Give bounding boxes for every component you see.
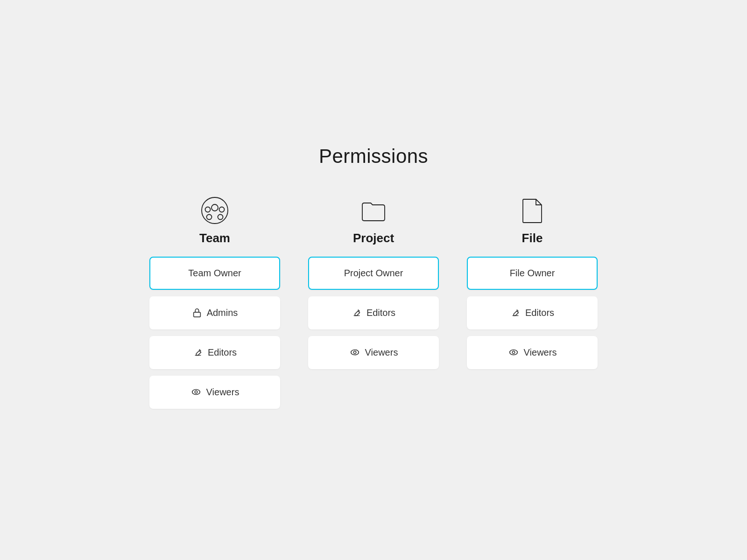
column-file: File File Owner Editors bbox=[467, 196, 598, 376]
project-label: Project bbox=[353, 231, 394, 245]
project-editors-card[interactable]: Editors bbox=[308, 296, 439, 329]
column-team: Team Team Owner Admins bbox=[149, 196, 280, 415]
file-editors-card[interactable]: Editors bbox=[467, 296, 598, 329]
svg-point-5 bbox=[218, 214, 223, 219]
team-editors-label: Editors bbox=[208, 347, 237, 358]
file-owner-card[interactable]: File Owner bbox=[467, 257, 598, 290]
project-owner-label: Project Owner bbox=[344, 268, 403, 279]
svg-point-12 bbox=[353, 351, 356, 354]
project-owner-card[interactable]: Project Owner bbox=[308, 257, 439, 290]
page-title: Permissions bbox=[319, 145, 428, 168]
team-label: Team bbox=[199, 231, 230, 245]
svg-point-14 bbox=[509, 350, 517, 355]
column-project: Project Project Owner Editors bbox=[308, 196, 439, 376]
eye-icon-project bbox=[349, 347, 360, 357]
svg-point-3 bbox=[219, 207, 225, 212]
team-editors-card[interactable]: Editors bbox=[149, 336, 280, 369]
svg-point-9 bbox=[195, 391, 197, 393]
svg-point-2 bbox=[205, 207, 211, 212]
svg-point-15 bbox=[512, 351, 515, 354]
svg-rect-6 bbox=[193, 312, 200, 317]
team-owner-card[interactable]: Team Owner bbox=[149, 257, 280, 290]
eye-icon-file bbox=[508, 347, 519, 357]
project-editors-label: Editors bbox=[366, 308, 395, 318]
team-viewers-label: Viewers bbox=[206, 387, 240, 398]
file-owner-label: File Owner bbox=[510, 268, 555, 279]
folder-icon bbox=[359, 196, 388, 225]
project-viewers-label: Viewers bbox=[365, 347, 398, 358]
eye-icon-team bbox=[190, 387, 202, 397]
page-container: Permissions Tea bbox=[0, 117, 747, 443]
svg-point-11 bbox=[351, 350, 359, 355]
svg-point-4 bbox=[207, 214, 212, 219]
pen-icon-project bbox=[352, 308, 362, 318]
file-editors-label: Editors bbox=[525, 308, 554, 318]
team-admins-label: Admins bbox=[207, 308, 238, 318]
pen-icon-team bbox=[193, 347, 203, 357]
svg-point-8 bbox=[192, 390, 200, 395]
team-admins-card[interactable]: Admins bbox=[149, 296, 280, 329]
file-viewers-card[interactable]: Viewers bbox=[467, 336, 598, 369]
svg-point-1 bbox=[211, 204, 218, 211]
project-viewers-card[interactable]: Viewers bbox=[308, 336, 439, 369]
lock-icon bbox=[192, 308, 202, 318]
pen-icon-file bbox=[510, 308, 521, 318]
file-label: File bbox=[522, 231, 543, 245]
team-icon bbox=[200, 196, 230, 225]
team-owner-label: Team Owner bbox=[188, 268, 241, 279]
file-icon bbox=[517, 196, 547, 225]
team-viewers-card[interactable]: Viewers bbox=[149, 376, 280, 409]
file-viewers-label: Viewers bbox=[524, 347, 557, 358]
columns-container: Team Team Owner Admins bbox=[149, 196, 598, 415]
